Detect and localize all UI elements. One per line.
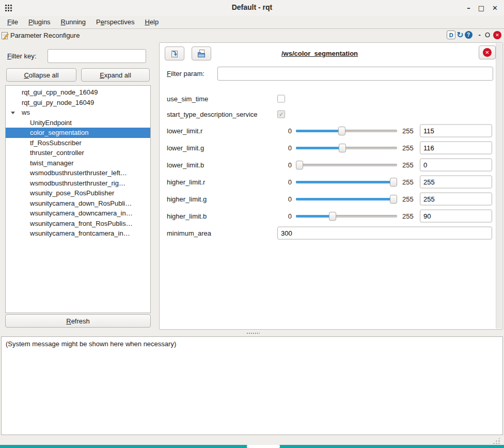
window-title: Default - rqt bbox=[0, 3, 504, 11]
param-row: lower_limit.r0255 bbox=[160, 122, 496, 139]
tree-item-label: twist_manager bbox=[30, 159, 74, 167]
menu-help[interactable]: Help bbox=[139, 18, 164, 26]
param-value-input[interactable] bbox=[420, 141, 492, 154]
tree-item[interactable]: wsunitycamera_frontcamera_in… bbox=[6, 228, 150, 239]
slider-handle[interactable] bbox=[296, 161, 303, 169]
slider-handle[interactable] bbox=[390, 195, 397, 204]
node-title: /ws/color_segmentation bbox=[206, 50, 433, 57]
slider-handle[interactable] bbox=[390, 178, 397, 187]
maximize-button[interactable]: □ bbox=[478, 4, 484, 12]
slider-max-label: 255 bbox=[402, 195, 414, 203]
tree-item[interactable]: wsunitycamera_down_RosPubli… bbox=[6, 198, 150, 209]
slider-handle[interactable] bbox=[339, 144, 346, 152]
filter-param-input[interactable] bbox=[217, 67, 493, 81]
tree-item-label: wsmodbusthrusterthruster_rig… bbox=[30, 179, 125, 187]
param-label: lower_limit.r bbox=[167, 127, 202, 134]
node-close-button[interactable]: ✕ bbox=[479, 45, 496, 59]
slider-min-label: 0 bbox=[279, 161, 292, 168]
window-controls: –□✕ bbox=[467, 0, 498, 16]
param-label: lower_limit.b bbox=[167, 161, 204, 168]
tree-item[interactable]: wsmodbusthrusterthruster_left… bbox=[6, 168, 150, 178]
plugin-title-bar: Parameter Reconfigure D ↻ ? - O ✕ bbox=[0, 29, 504, 42]
slider-fill bbox=[296, 181, 393, 183]
slider-fill bbox=[296, 130, 342, 132]
param-value-input[interactable] bbox=[420, 158, 492, 171]
param-label: higher_limit.b bbox=[167, 212, 207, 220]
expander-icon[interactable] bbox=[11, 112, 15, 114]
tree-item[interactable]: wsmodbusthrusterthruster_rig… bbox=[6, 178, 150, 189]
dock-button[interactable]: D bbox=[447, 30, 455, 39]
param-row: use_sim_time bbox=[160, 91, 496, 106]
tree-item-label: wsunitycamera_down_RosPubli… bbox=[30, 199, 132, 207]
tree-item-label: wsmodbusthrusterthruster_left… bbox=[30, 169, 127, 177]
param-value-input[interactable] bbox=[420, 192, 492, 205]
slider-min-label: 0 bbox=[279, 178, 292, 186]
plugin-close-button[interactable]: ✕ bbox=[493, 31, 501, 39]
tree-item[interactable]: ws bbox=[6, 107, 150, 118]
slider-max-label: 255 bbox=[402, 178, 414, 186]
menu-running[interactable]: Running bbox=[56, 18, 91, 26]
param-value-input[interactable] bbox=[420, 124, 492, 137]
param-checkbox[interactable] bbox=[277, 95, 285, 103]
slider-fill bbox=[296, 215, 333, 218]
param-slider[interactable] bbox=[296, 147, 397, 149]
node-tree: rqt_gui_cpp_node_16049rqt_gui_py_node_16… bbox=[5, 85, 151, 313]
document-edit-icon bbox=[1, 32, 9, 40]
tree-item[interactable]: twist_manager bbox=[6, 158, 150, 168]
plugin-minimize-button[interactable]: - bbox=[479, 31, 481, 39]
splitter-handle[interactable] bbox=[246, 332, 260, 334]
menu-file[interactable]: File bbox=[2, 18, 23, 26]
param-value-input[interactable] bbox=[420, 175, 492, 188]
scrollbar-gutter[interactable] bbox=[496, 43, 502, 329]
collapse-all-button[interactable]: Collapse all bbox=[6, 68, 76, 82]
close-icon: ✕ bbox=[483, 48, 492, 57]
size-grip[interactable] bbox=[493, 437, 500, 444]
help-icon[interactable]: ? bbox=[465, 31, 472, 39]
param-slider[interactable] bbox=[296, 130, 397, 132]
minimize-button[interactable]: – bbox=[467, 4, 470, 12]
tree-item[interactable]: color_segmentation bbox=[6, 128, 150, 138]
tree-item[interactable]: rqt_gui_py_node_16049 bbox=[6, 98, 150, 108]
filter-param-label: Filter param: bbox=[167, 70, 204, 78]
tree-item-label: thruster_controller bbox=[30, 149, 84, 157]
slider-max-label: 255 bbox=[402, 127, 414, 134]
param-label: minimum_area bbox=[167, 229, 211, 237]
param-label: start_type_description_service bbox=[167, 111, 258, 118]
tree-item-label: wsunitycamera_frontcamera_in… bbox=[30, 229, 130, 237]
system-message-text: (System message might be shown here when… bbox=[6, 340, 176, 348]
menu-perspectives[interactable]: Perspectives bbox=[91, 18, 139, 26]
tree-item-label: wsunitycamera_downcamera_in… bbox=[30, 209, 133, 217]
tree-item[interactable]: wsunity_pose_RosPublisher bbox=[6, 188, 150, 198]
title-bar: Default - rqt –□✕ bbox=[0, 0, 504, 16]
menu-plugins[interactable]: Plugins bbox=[23, 18, 56, 26]
plugin-controls: D ↻ ? - O ✕ bbox=[447, 30, 501, 39]
close-button[interactable]: ✕ bbox=[492, 4, 498, 12]
slider-fill bbox=[296, 198, 393, 200]
slider-handle[interactable] bbox=[329, 212, 336, 221]
tree-item-label: wsunitycamera_front_RosPublis… bbox=[30, 220, 133, 227]
param-slider[interactable] bbox=[296, 164, 397, 166]
tree-item[interactable]: rqt_gui_cpp_node_16049 bbox=[6, 87, 150, 98]
system-message-panel: (System message might be shown here when… bbox=[1, 336, 503, 435]
slider-handle[interactable] bbox=[338, 127, 345, 135]
reload-plugin-icon[interactable]: ↻ bbox=[456, 30, 463, 39]
param-slider[interactable] bbox=[296, 215, 397, 218]
plugin-float-button[interactable]: O bbox=[485, 31, 490, 39]
param-slider[interactable] bbox=[296, 198, 397, 200]
param-row: lower_limit.b0255 bbox=[160, 156, 496, 173]
param-row: higher_limit.b0255 bbox=[160, 207, 496, 224]
filter-key-input[interactable] bbox=[48, 49, 146, 63]
param-checkbox: ✓ bbox=[277, 111, 285, 118]
tree-item[interactable]: wsunitycamera_downcamera_in… bbox=[6, 208, 150, 219]
expand-all-button[interactable]: Expand all bbox=[81, 68, 150, 82]
tree-item[interactable]: tf_RosSubscriber bbox=[6, 138, 150, 148]
refresh-button[interactable]: Refresh bbox=[5, 314, 151, 328]
tree-item[interactable]: wsunitycamera_front_RosPublis… bbox=[6, 219, 150, 229]
save-params-button[interactable] bbox=[165, 47, 184, 60]
param-label: lower_limit.g bbox=[167, 144, 204, 151]
param-slider[interactable] bbox=[296, 181, 397, 183]
tree-item[interactable]: thruster_controller bbox=[6, 148, 150, 158]
param-value-input[interactable] bbox=[277, 226, 492, 239]
param-value-input[interactable] bbox=[420, 209, 492, 222]
tree-item[interactable]: UnityEndpoint bbox=[6, 118, 150, 128]
